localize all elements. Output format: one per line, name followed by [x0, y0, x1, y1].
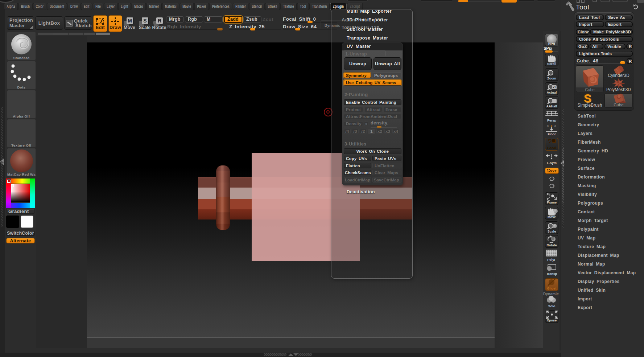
svg-text:z: z	[554, 124, 556, 127]
svg-text:y: y	[551, 124, 552, 127]
svg-text:XYZ: XYZ	[550, 169, 557, 173]
svg-text:x: x	[547, 124, 549, 127]
svg-text:Z: Z	[553, 185, 554, 188]
svg-text:Y: Y	[553, 177, 555, 181]
